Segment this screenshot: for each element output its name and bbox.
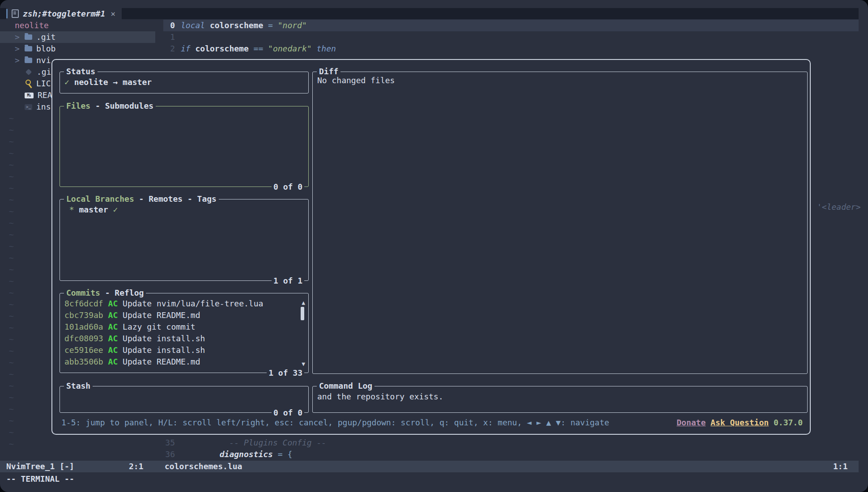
variable-token: colorscheme: [191, 44, 254, 53]
empty-line-tilde: ~: [9, 415, 14, 427]
chevron-right-icon: >: [15, 31, 21, 43]
commit-hash: 101ad60a: [64, 322, 103, 331]
donate-link[interactable]: Donate: [677, 418, 706, 427]
tabline: zsh;#toggleterm#1 ×: [0, 8, 859, 19]
tree-root[interactable]: neolite: [0, 20, 155, 31]
empty-line-tilde: ~: [9, 194, 14, 206]
statusline-buffer-name: NvimTree_1 [-]: [6, 461, 74, 472]
commit-author-initials: AC: [108, 345, 118, 355]
empty-line-tilde: ~: [9, 357, 14, 369]
statusline-ruler-left: 2:1: [129, 461, 144, 472]
chevron-right-icon: >: [15, 55, 21, 66]
tree-item-label: blob: [36, 43, 55, 55]
chevron-right-icon: >: [15, 43, 21, 55]
variable-token: colorscheme: [205, 21, 268, 30]
commit-row[interactable]: dfc08093 AC Update install.sh: [64, 333, 205, 344]
commit-row[interactable]: 101ad60a AC Lazy git commit: [64, 321, 196, 333]
reflog-tab[interactable]: - Reflog: [100, 288, 144, 297]
keyword-token: then: [312, 44, 336, 53]
files-tab[interactable]: Files: [66, 101, 90, 110]
branches-panel[interactable]: Local Branches - Remotes - Tags * master…: [60, 199, 309, 281]
commit-message: Update README.md: [123, 310, 200, 320]
commit-author-initials: AC: [108, 310, 118, 320]
commit-row[interactable]: 8cf6dcdf AC Update nvim/lua/file-tree.lu…: [64, 298, 263, 310]
line-number: 35: [155, 437, 175, 449]
diff-empty-text: No changed files: [317, 75, 395, 86]
remotes-tags-tabs[interactable]: - Remotes - Tags: [134, 194, 217, 204]
statusline-file-name: colorschemes.lua: [165, 461, 242, 472]
tree-item-label: nvi: [36, 55, 51, 66]
terminal-tab[interactable]: zsh;#toggleterm#1 ×: [6, 7, 122, 21]
commit-hash: 8cf6dcdf: [64, 299, 103, 308]
code-line-0: 0 local colorscheme = "nord": [155, 20, 307, 31]
empty-line-tilde: ~: [9, 241, 14, 252]
code-line-35: 35 -- Plugins Config --: [155, 437, 326, 449]
branch-name: master: [79, 205, 108, 214]
status-panel[interactable]: Status ✓ neolite → master: [60, 72, 309, 93]
empty-line-tilde: ~: [9, 264, 14, 276]
empty-line-tilde: ~: [9, 171, 14, 182]
scrollbar-thumb[interactable]: [301, 307, 304, 320]
variable-token: diagnostics: [220, 450, 273, 459]
empty-line-tilde: ~: [9, 438, 14, 450]
folder-icon: [25, 46, 32, 51]
shell-script-icon: >_: [25, 104, 32, 110]
status-text: neolite → master: [69, 77, 152, 87]
commit-hash: ce5916ee: [64, 345, 103, 355]
line-number: 36: [155, 449, 175, 460]
command-log-text: and the repository exists.: [317, 391, 443, 403]
commit-author-initials: AC: [108, 322, 118, 331]
ask-question-link[interactable]: Ask Question: [711, 418, 769, 427]
tree-item-label: .git: [36, 31, 55, 43]
empty-line-tilde: ~: [9, 392, 14, 403]
empty-line-tilde: ~: [9, 159, 14, 171]
stash-panel[interactable]: Stash 0 of 0: [60, 386, 309, 413]
commit-row[interactable]: ce5916ee AC Update install.sh: [64, 344, 205, 356]
commit-hash: dfc08093: [64, 334, 103, 343]
empty-line-tilde: ~: [9, 427, 14, 438]
status-branch-row: ✓ neolite → master: [64, 76, 152, 88]
keybinding-hints: 1-5: jump to panel, H/L: scroll left/rig…: [61, 417, 609, 428]
files-panel-title: Files - Submodules: [64, 100, 156, 112]
current-branch-star: *: [64, 205, 79, 214]
commit-row[interactable]: abb3506b AC Update README.md: [64, 356, 200, 368]
tree-item-git[interactable]: > .git: [0, 31, 155, 43]
commits-tab[interactable]: Commits: [66, 288, 100, 297]
tree-item-blob[interactable]: > blob: [0, 43, 155, 55]
empty-line-tilde: ~: [9, 334, 14, 345]
files-panel[interactable]: Files - Submodules 0 of 0: [60, 106, 309, 187]
empty-line-tilde: ~: [9, 380, 14, 392]
empty-line-tilde: ~: [9, 322, 14, 334]
empty-buffer-tildes: ~~~~~~~~~~~~~~~~~~~~~~~~~~~~~: [9, 113, 14, 450]
command-log-panel[interactable]: Command Log and the repository exists.: [312, 386, 808, 413]
key-icon: [26, 80, 31, 85]
branch-row[interactable]: * master ✓: [64, 204, 118, 216]
empty-line-tilde: ~: [9, 113, 14, 124]
pending-keymap-hint: '<leader>: [817, 201, 861, 213]
commit-message: Update README.md: [123, 357, 200, 366]
tab-title: zsh;#toggleterm#1: [23, 8, 105, 20]
commit-row[interactable]: cbc739ab AC Update README.md: [64, 310, 200, 321]
commit-message: Update install.sh: [123, 345, 205, 355]
keybinding-bar: 1-5: jump to panel, H/L: scroll left/rig…: [61, 417, 803, 428]
commit-message: Update nvim/lua/file-tree.lua: [123, 299, 263, 308]
tree-item-label: REA: [38, 89, 52, 101]
tab-close-icon[interactable]: ×: [111, 8, 115, 20]
code-line-2: 2 if colorscheme == "onedark" then: [155, 43, 336, 55]
operator-token: ==: [254, 44, 268, 53]
local-branches-tab[interactable]: Local Branches: [66, 194, 134, 204]
empty-line-tilde: ~: [9, 229, 14, 241]
empty-line-tilde: ~: [9, 136, 14, 148]
commits-panel[interactable]: Commits - Reflog 8cf6dcdf AC Update nvim…: [60, 293, 309, 373]
files-counter: 0 of 0: [272, 181, 304, 193]
info-links: Donate Ask Question 0.37.0: [677, 417, 803, 428]
file-icon: [12, 9, 19, 18]
diff-panel[interactable]: Diff No changed files: [312, 72, 808, 374]
empty-line-tilde: ~: [9, 369, 14, 380]
empty-line-tilde: ~: [9, 182, 14, 194]
branches-counter: 1 of 1: [272, 275, 304, 287]
check-icon: ✓: [64, 77, 69, 87]
submodules-tab[interactable]: - Submodules: [90, 101, 153, 110]
empty-line-tilde: ~: [9, 124, 14, 136]
lazygit-window: Status ✓ neolite → master Files - Submod…: [51, 59, 811, 435]
